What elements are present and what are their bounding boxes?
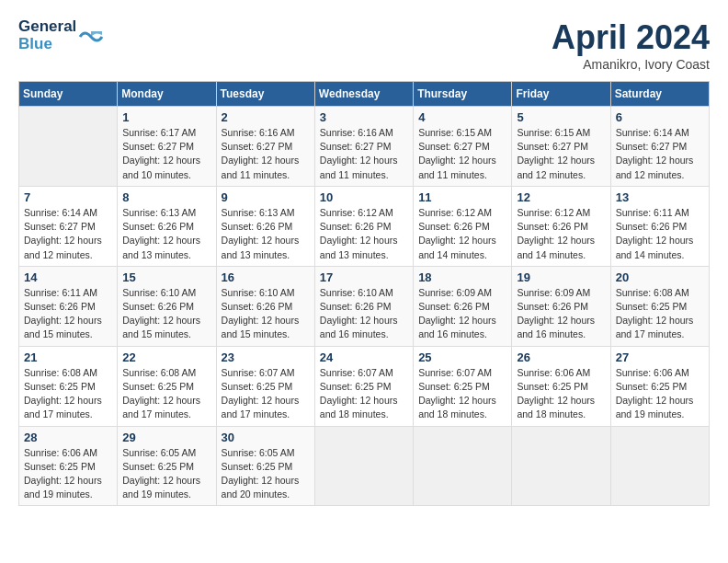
daylight-text: Daylight: 12 hours and 15 minutes. [122,315,200,339]
calendar-cell: 22 Sunrise: 6:08 AM Sunset: 6:25 PM Dayl… [118,346,216,426]
day-info: Sunrise: 6:06 AM Sunset: 6:25 PM Dayligh… [24,446,112,502]
calendar-cell: 12 Sunrise: 6:12 AM Sunset: 6:26 PM Dayl… [512,186,610,266]
calendar-cell: 26 Sunrise: 6:06 AM Sunset: 6:25 PM Dayl… [512,346,610,426]
calendar-cell: 13 Sunrise: 6:11 AM Sunset: 6:26 PM Dayl… [610,186,709,266]
daylight-text: Daylight: 12 hours and 13 minutes. [222,235,300,259]
sunrise-text: Sunrise: 6:05 AM [222,447,295,458]
week-row-3: 14 Sunrise: 6:11 AM Sunset: 6:26 PM Dayl… [19,266,710,346]
sunset-text: Sunset: 6:25 PM [616,301,688,312]
day-info: Sunrise: 6:10 AM Sunset: 6:26 PM Dayligh… [122,286,210,342]
calendar-cell: 14 Sunrise: 6:11 AM Sunset: 6:26 PM Dayl… [19,266,118,346]
calendar-cell: 6 Sunrise: 6:14 AM Sunset: 6:27 PM Dayli… [610,107,709,187]
daylight-text: Daylight: 12 hours and 17 minutes. [616,315,694,339]
calendar-cell [19,107,118,187]
weekday-header-tuesday: Tuesday [216,82,314,107]
weekday-header-row: SundayMondayTuesdayWednesdayThursdayFrid… [19,82,710,107]
daylight-text: Daylight: 12 hours and 17 minutes. [122,395,200,419]
sunset-text: Sunset: 6:27 PM [320,141,392,152]
daylight-text: Daylight: 12 hours and 16 minutes. [517,315,595,339]
calendar-cell: 1 Sunrise: 6:17 AM Sunset: 6:27 PM Dayli… [118,107,216,187]
day-number: 23 [222,350,310,364]
daylight-text: Daylight: 12 hours and 11 minutes. [418,155,496,179]
day-info: Sunrise: 6:16 AM Sunset: 6:27 PM Dayligh… [222,126,310,182]
day-info: Sunrise: 6:05 AM Sunset: 6:25 PM Dayligh… [122,446,210,502]
weekday-header-thursday: Thursday [414,82,512,107]
day-info: Sunrise: 6:11 AM Sunset: 6:26 PM Dayligh… [24,286,112,342]
sunset-text: Sunset: 6:27 PM [418,141,490,152]
daylight-text: Daylight: 12 hours and 11 minutes. [320,155,398,179]
day-number: 12 [517,190,605,204]
calendar-table: SundayMondayTuesdayWednesdayThursdayFrid… [18,81,710,506]
day-number: 14 [24,270,112,284]
day-number: 28 [24,431,112,444]
sunrise-text: Sunrise: 6:17 AM [122,127,196,138]
calendar-cell: 25 Sunrise: 6:07 AM Sunset: 6:25 PM Dayl… [414,346,512,426]
day-info: Sunrise: 6:15 AM Sunset: 6:27 PM Dayligh… [517,126,605,182]
sunset-text: Sunset: 6:25 PM [616,381,688,392]
calendar-cell: 4 Sunrise: 6:15 AM Sunset: 6:27 PM Dayli… [414,107,512,187]
calendar-cell: 20 Sunrise: 6:08 AM Sunset: 6:25 PM Dayl… [610,266,709,346]
day-info: Sunrise: 6:09 AM Sunset: 6:26 PM Dayligh… [517,286,605,342]
sunset-text: Sunset: 6:27 PM [122,141,194,152]
day-number: 5 [517,110,605,124]
sunrise-text: Sunrise: 6:14 AM [616,127,689,138]
day-number: 24 [320,350,408,364]
weekday-header-saturday: Saturday [610,82,709,107]
day-info: Sunrise: 6:12 AM Sunset: 6:26 PM Dayligh… [517,206,605,262]
calendar-cell: 16 Sunrise: 6:10 AM Sunset: 6:26 PM Dayl… [216,266,314,346]
sunrise-text: Sunrise: 6:16 AM [222,127,295,138]
sunrise-text: Sunrise: 6:12 AM [517,207,590,218]
sunrise-text: Sunrise: 6:10 AM [122,287,196,298]
calendar-cell: 23 Sunrise: 6:07 AM Sunset: 6:25 PM Dayl… [216,346,314,426]
day-info: Sunrise: 6:06 AM Sunset: 6:25 PM Dayligh… [616,366,704,422]
sunset-text: Sunset: 6:25 PM [517,381,588,392]
day-number: 22 [122,350,210,364]
calendar-cell: 2 Sunrise: 6:16 AM Sunset: 6:27 PM Dayli… [216,107,314,187]
daylight-text: Daylight: 12 hours and 12 minutes. [616,155,694,179]
day-number: 13 [616,190,704,204]
logo-line1: General [18,18,76,36]
sunset-text: Sunset: 6:27 PM [24,221,96,232]
logo: General Blue [18,18,104,52]
sunrise-text: Sunrise: 6:06 AM [24,447,97,458]
sunrise-text: Sunrise: 6:11 AM [616,207,689,218]
calendar-cell [610,426,709,506]
sunrise-text: Sunrise: 6:16 AM [320,127,393,138]
daylight-text: Daylight: 12 hours and 17 minutes. [222,395,300,419]
calendar-cell: 24 Sunrise: 6:07 AM Sunset: 6:25 PM Dayl… [314,346,413,426]
calendar-cell: 30 Sunrise: 6:05 AM Sunset: 6:25 PM Dayl… [216,426,314,506]
sunrise-text: Sunrise: 6:07 AM [222,367,295,378]
sunrise-text: Sunrise: 6:13 AM [122,207,196,218]
sunrise-text: Sunrise: 6:15 AM [418,127,492,138]
day-number: 25 [418,350,506,364]
week-row-4: 21 Sunrise: 6:08 AM Sunset: 6:25 PM Dayl… [19,346,710,426]
calendar-cell: 29 Sunrise: 6:05 AM Sunset: 6:25 PM Dayl… [118,426,216,506]
daylight-text: Daylight: 12 hours and 14 minutes. [418,235,496,259]
week-row-5: 28 Sunrise: 6:06 AM Sunset: 6:25 PM Dayl… [19,426,710,506]
sunrise-text: Sunrise: 6:14 AM [24,207,97,218]
day-info: Sunrise: 6:12 AM Sunset: 6:26 PM Dayligh… [320,206,408,262]
sunset-text: Sunset: 6:27 PM [517,141,588,152]
day-info: Sunrise: 6:10 AM Sunset: 6:26 PM Dayligh… [222,286,310,342]
sunset-text: Sunset: 6:26 PM [320,301,392,312]
calendar-cell: 19 Sunrise: 6:09 AM Sunset: 6:26 PM Dayl… [512,266,610,346]
sunset-text: Sunset: 6:26 PM [418,301,490,312]
daylight-text: Daylight: 12 hours and 11 minutes. [222,155,300,179]
calendar-cell: 21 Sunrise: 6:08 AM Sunset: 6:25 PM Dayl… [19,346,118,426]
daylight-text: Daylight: 12 hours and 18 minutes. [517,395,595,419]
day-info: Sunrise: 6:07 AM Sunset: 6:25 PM Dayligh… [222,366,310,422]
sunset-text: Sunset: 6:26 PM [418,221,490,232]
day-number: 2 [222,110,310,124]
day-info: Sunrise: 6:08 AM Sunset: 6:25 PM Dayligh… [616,286,704,342]
calendar-cell: 17 Sunrise: 6:10 AM Sunset: 6:26 PM Dayl… [314,266,413,346]
daylight-text: Daylight: 12 hours and 14 minutes. [517,235,595,259]
day-info: Sunrise: 6:14 AM Sunset: 6:27 PM Dayligh… [24,206,112,262]
sunset-text: Sunset: 6:25 PM [122,461,194,472]
sunset-text: Sunset: 6:27 PM [616,141,688,152]
day-number: 19 [517,270,605,284]
daylight-text: Daylight: 12 hours and 12 minutes. [517,155,595,179]
daylight-text: Daylight: 12 hours and 12 minutes. [24,235,102,259]
day-info: Sunrise: 6:17 AM Sunset: 6:27 PM Dayligh… [122,126,210,182]
sunrise-text: Sunrise: 6:06 AM [517,367,590,378]
sunset-text: Sunset: 6:26 PM [122,301,194,312]
